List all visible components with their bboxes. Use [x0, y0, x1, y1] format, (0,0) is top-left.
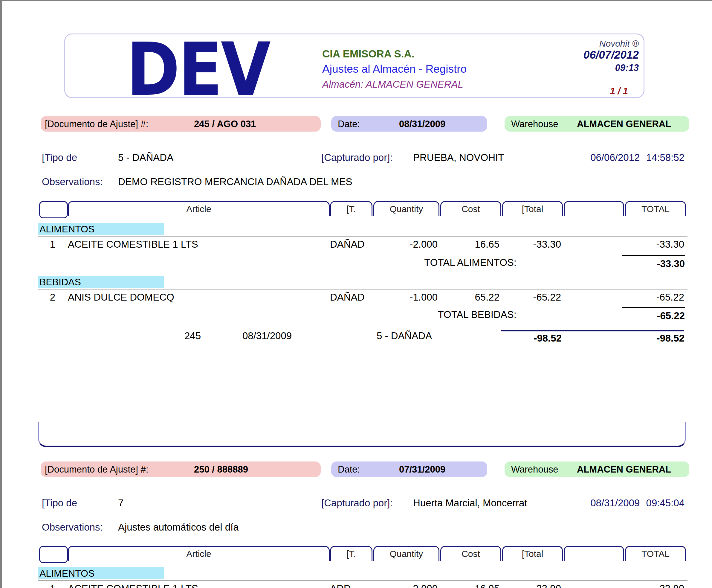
row-number: 1 — [39, 583, 66, 588]
doc-date-box: Date: 08/31/2009 — [331, 116, 487, 132]
row-total: 33.90 — [502, 583, 561, 588]
warehouse-value: ALMACEN GENERAL — [577, 116, 671, 132]
date-label: Date: — [338, 461, 360, 478]
column-header-empty — [39, 201, 68, 218]
table-row: 2 ANIS DULCE DOMECQ DAÑAD -1.000 65.22 -… — [38, 291, 685, 305]
report-header-center: CIA EMISORA S.A. Ajustes al Almacén - Re… — [322, 46, 467, 92]
doc1-observations-row: Observations: DEMO REGISTRO MERCANCIA DA… — [38, 176, 685, 189]
doc-date-box: Date: 07/31/2009 — [331, 461, 487, 477]
doc1-table-header: Article [T. Quantity Cost [Total TOTAL — [38, 201, 685, 218]
row-type: DAÑAD — [330, 291, 371, 303]
column-header-spacer — [564, 201, 624, 216]
captured-by-value: PRUEBA, NOVOHIT — [413, 152, 504, 164]
row-quantity: 2.000 — [373, 583, 438, 588]
doc2-header-row: [Documento de Ajuste] #: 250 / 888889 Da… — [38, 461, 685, 477]
doc2-table-header: Article [T. Quantity Cost [Total TOTAL — [38, 546, 685, 563]
doc-warehouse-box: Warehouse ALMACEN GENERAL — [504, 461, 689, 477]
row-cost: 16.95 — [440, 583, 499, 588]
row-cost: 16.65 — [440, 238, 499, 250]
observations-label: Observations: — [42, 521, 103, 533]
summary-subtotal: -98.52 — [502, 330, 562, 344]
section-total-value: -65.22 — [622, 307, 685, 322]
observations-label: Observations: — [42, 176, 103, 188]
column-header-grand-total: TOTAL — [625, 546, 686, 561]
tipo-label: [Tipo de — [42, 152, 77, 164]
doc-number-value: 245 / AGO 031 — [194, 116, 256, 132]
row-line-total: -65.22 — [625, 291, 684, 303]
date-label: Date: — [338, 116, 360, 132]
column-header-grand-total: TOTAL — [625, 201, 686, 216]
section-total-row-bebidas: TOTAL BEBIDAS: -65.22 — [38, 307, 685, 321]
row-article: ACEITE COMESTIBLE 1 LTS — [68, 238, 328, 250]
column-header-total: [Total — [502, 201, 563, 216]
window-frame-top — [0, 0, 712, 1]
print-date: 06/07/2012 — [513, 49, 639, 61]
section-total-value: -33.30 — [622, 255, 685, 270]
company-logo: DEV — [126, 40, 269, 100]
row-divider — [38, 236, 688, 236]
table-row: 1 ACEITE COMESTIBLE 1 LTS ADD 2.000 16.9… — [38, 583, 685, 588]
document-summary-row: 245 08/31/2009 5 - DAÑADA -98.52 -98.52 — [38, 330, 685, 344]
section-name: ALIMENTOS — [40, 567, 94, 580]
summary-doc-number: 245 — [141, 330, 201, 342]
document-1-footer-box — [38, 422, 686, 447]
date-value: 08/31/2009 — [399, 116, 445, 132]
row-total: -65.22 — [502, 291, 561, 303]
warehouse-line: Almacén: ALMACEN GENERAL — [322, 77, 467, 92]
column-header-quantity: Quantity — [373, 201, 439, 216]
row-number: 2 — [39, 291, 66, 303]
summary-date: 08/31/2009 — [242, 330, 292, 342]
captured-by-label: [Capturado por]: — [321, 497, 392, 509]
column-header-spacer — [564, 546, 624, 561]
observations-value: Ajustes automáticos del día — [118, 521, 239, 533]
report-header-box: DEV CIA EMISORA S.A. Ajustes al Almacén … — [64, 34, 644, 98]
tipo-value: 5 - DAÑADA — [118, 152, 173, 164]
doc-number-box: [Documento de Ajuste] #: 250 / 888889 — [41, 461, 321, 477]
row-type: ADD — [330, 583, 371, 588]
table-row: 1 ACEITE COMESTIBLE 1 LTS DAÑAD -2.000 1… — [38, 238, 685, 252]
captured-datetime: 08/31/2009 09:45:04 — [590, 497, 685, 509]
doc1-info-row: [Tipo de 5 - DAÑADA [Capturado por]: PRU… — [38, 152, 685, 165]
summary-tipo: 5 - DAÑADA — [376, 330, 432, 342]
warehouse-label: Warehouse — [511, 461, 558, 478]
tipo-label: [Tipo de — [42, 497, 77, 509]
brand-name: Novohit ® — [513, 39, 639, 49]
window-frame-left — [0, 0, 2, 588]
row-line-total: -33.30 — [625, 238, 684, 250]
print-time: 09:13 — [513, 63, 639, 73]
row-divider — [38, 580, 688, 581]
section-header-alimentos: ALIMENTOS — [38, 567, 164, 579]
row-type: DAÑAD — [330, 238, 371, 250]
report-title: Ajustes al Almacén - Registro — [322, 61, 467, 77]
section-total-row-alimentos: TOTAL ALIMENTOS: -33.30 — [38, 255, 685, 269]
observations-value: DEMO REGISTRO MERCANCIA DAÑADA DEL MES — [118, 176, 352, 188]
section-header-bebidas: BEBIDAS — [38, 276, 164, 288]
section-total-label: TOTAL ALIMENTOS: — [277, 255, 517, 269]
row-article: ANIS DULCE DOMECQ — [68, 291, 328, 303]
column-header-type: [T. — [330, 546, 372, 561]
column-header-type: [T. — [330, 201, 372, 216]
section-name: ALIMENTOS — [40, 223, 94, 235]
column-header-quantity: Quantity — [373, 546, 439, 561]
date-value: 07/31/2009 — [399, 461, 445, 478]
warehouse-value: ALMACEN GENERAL — [577, 461, 671, 478]
section-name: BEBIDAS — [40, 276, 81, 288]
doc-warehouse-box: Warehouse ALMACEN GENERAL — [504, 116, 689, 132]
row-number: 1 — [39, 238, 66, 250]
section-total-label: TOTAL BEBIDAS: — [277, 307, 517, 321]
company-name: CIA EMISORA S.A. — [322, 46, 467, 61]
page-indicator: 1 / 1 — [502, 86, 628, 97]
row-cost: 65.22 — [440, 291, 499, 303]
doc-number-label: [Documento de Ajuste] #: — [45, 116, 148, 132]
warehouse-label: Warehouse — [511, 116, 558, 132]
captured-datetime: 06/06/2012 14:58:52 — [590, 152, 685, 164]
summary-grand-total: -98.52 — [623, 330, 685, 344]
tipo-value: 7 — [118, 497, 124, 509]
row-divider — [38, 289, 688, 290]
doc2-info-row: [Tipo de 7 [Capturado por]: Huerta Marci… — [38, 497, 685, 510]
captured-by-label: [Capturado por]: — [321, 152, 392, 164]
section-header-alimentos: ALIMENTOS — [38, 223, 164, 235]
row-quantity: -1.000 — [373, 291, 438, 303]
row-line-total: 33.90 — [625, 583, 684, 588]
column-header-empty — [39, 546, 68, 563]
